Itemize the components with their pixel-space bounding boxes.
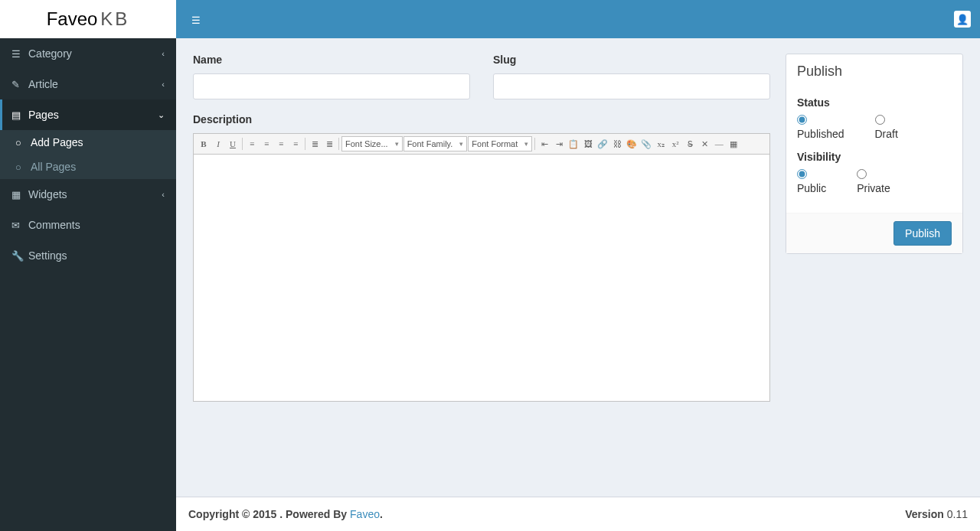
logo[interactable]: Faveo KB [0,0,176,38]
chevron-left-icon: ‹ [162,80,165,89]
sidebar-item-label: Comments [28,219,165,231]
name-label: Name [193,54,470,66]
visibility-public-radio[interactable] [797,169,807,179]
sidebar-item-pages[interactable]: ▤ Pages ⌄ ○ Add Pages ○ All Pages [0,99,176,179]
name-group: Name [193,54,470,99]
footer-brand-link[interactable]: Faveo [350,508,380,520]
status-published-label: Published [797,128,844,140]
status-draft-radio[interactable] [875,115,885,125]
main-header: Faveo KB ☰ 👤 [0,0,980,38]
top-navbar: ☰ 👤 [176,0,980,38]
color-button[interactable]: 🎨 [625,137,639,151]
publish-column: Publish Status Published Draft [786,54,963,402]
footer-version: Version 0.11 [905,508,968,520]
sidebar-subitem-add-pages[interactable]: ○ Add Pages [0,130,176,155]
user-icon: 👤 [956,14,969,25]
sidebar-item-label: Settings [28,249,165,262]
align-center-button[interactable]: ≡ [260,137,273,151]
edit-icon: ✎ [11,79,20,90]
status-label: Status [797,96,952,109]
footer-pre: Copyright © 2015 . Powered By [188,508,350,520]
chevron-left-icon: ‹ [162,49,165,58]
sidebar-subitem-label: Add Pages [31,136,83,148]
image-button[interactable]: 🖼 [581,137,595,151]
font-family-label: Font Family. [407,139,453,148]
list-icon: ☰ [11,48,21,60]
source-button[interactable]: ▦ [727,137,740,151]
sidebar-item-widgets[interactable]: ▦ Widgets ‹ [0,179,176,210]
sidebar-item-label: Category [28,47,162,60]
separator [242,138,243,150]
sidebar-item-comments[interactable]: ✉ Comments [0,210,176,240]
grid-icon: ▦ [11,189,21,200]
paste-button[interactable]: 📋 [567,137,580,151]
sidebar-item-category[interactable]: ☰ Category ‹ [0,38,176,69]
font-family-select[interactable]: Font Family. [403,136,468,151]
publish-button[interactable]: Publish [893,221,952,246]
sidebar-item-label: Article [28,78,162,90]
unlink-button[interactable]: ⛓ [610,137,624,151]
font-format-select[interactable]: Font Format [468,136,532,151]
footer-post: . [380,508,383,520]
align-left-button[interactable]: ≡ [245,137,259,151]
main-sidebar: ☰ Category ‹ ✎ Article ‹ ▤ Pages ⌄ ○ [0,38,176,531]
circle-icon: ○ [15,137,21,148]
content-wrapper: Name Slug Description B I U [176,0,980,493]
hr-button[interactable]: — [712,137,726,151]
sidebar-item-settings[interactable]: 🔧 Settings [0,240,176,271]
description-label: Description [193,113,770,125]
visibility-private-radio[interactable] [857,169,867,179]
circle-icon: ○ [15,161,21,173]
link-button[interactable]: 🔗 [596,137,609,151]
separator [338,138,339,150]
chevron-down-icon: ⌄ [158,110,165,120]
unordered-list-button[interactable]: ≣ [322,137,336,151]
sidebar-subitem-all-pages[interactable]: ○ All Pages [0,155,176,179]
status-published-radio[interactable] [797,115,807,125]
superscript-button[interactable]: x² [668,137,682,151]
slug-input[interactable] [493,73,770,99]
name-input[interactable] [193,73,470,99]
separator [534,138,535,150]
outdent-button[interactable]: ⇤ [537,137,551,151]
file-icon: ▤ [11,109,21,121]
clear-format-button[interactable]: ✕ [697,137,711,151]
editor-toolbar: B I U ≡ ≡ ≡ ≡ ≣ ≣ Font Size.. [194,134,769,155]
sidebar-item-article[interactable]: ✎ Article ‹ [0,69,176,99]
sidebar-menu: ☰ Category ‹ ✎ Article ‹ ▤ Pages ⌄ ○ [0,38,176,271]
ordered-list-button[interactable]: ≣ [308,137,322,151]
hamburger-icon: ☰ [191,15,201,26]
indent-button[interactable]: ⇥ [552,137,566,151]
attach-button[interactable]: 📎 [639,137,653,151]
font-format-label: Font Format [472,139,518,148]
font-size-select[interactable]: Font Size... [341,136,403,151]
logo-main: Faveo [47,8,98,30]
bold-button[interactable]: B [197,137,211,151]
sidebar-item-label: Widgets [28,188,162,200]
separator [305,138,305,150]
strikethrough-button[interactable]: S̶ [683,137,697,151]
editor-body[interactable] [194,155,769,401]
underline-button[interactable]: U [226,137,240,151]
subscript-button[interactable]: x₂ [654,137,668,151]
comment-icon: ✉ [11,220,20,231]
chevron-left-icon: ‹ [162,190,165,199]
publish-box: Publish Status Published Draft [786,54,963,254]
footer-copyright: Copyright © 2015 . Powered By Faveo. [188,508,383,520]
user-avatar[interactable]: 👤 [954,11,971,28]
visibility-label: Visibility [797,151,952,163]
pages-submenu: ○ Add Pages ○ All Pages [0,130,176,179]
visibility-public-label: Public [797,182,826,194]
align-right-button[interactable]: ≡ [274,137,288,151]
sidebar-item-label: Pages [28,109,158,121]
navbar-right: 👤 [954,11,971,28]
description-group: Description B I U ≡ ≡ ≡ ≡ ≣ [193,113,770,402]
wrench-icon: 🔧 [11,250,24,262]
italic-button[interactable]: I [211,137,225,151]
align-justify-button[interactable]: ≡ [289,137,302,151]
sidebar-toggle-button[interactable]: ☰ [185,8,207,31]
main-footer: Copyright © 2015 . Powered By Faveo. Ver… [176,497,980,531]
visibility-private-label: Private [857,182,890,194]
status-draft-label: Draft [875,128,898,140]
rich-text-editor: B I U ≡ ≡ ≡ ≡ ≣ ≣ Font Size.. [193,133,770,402]
